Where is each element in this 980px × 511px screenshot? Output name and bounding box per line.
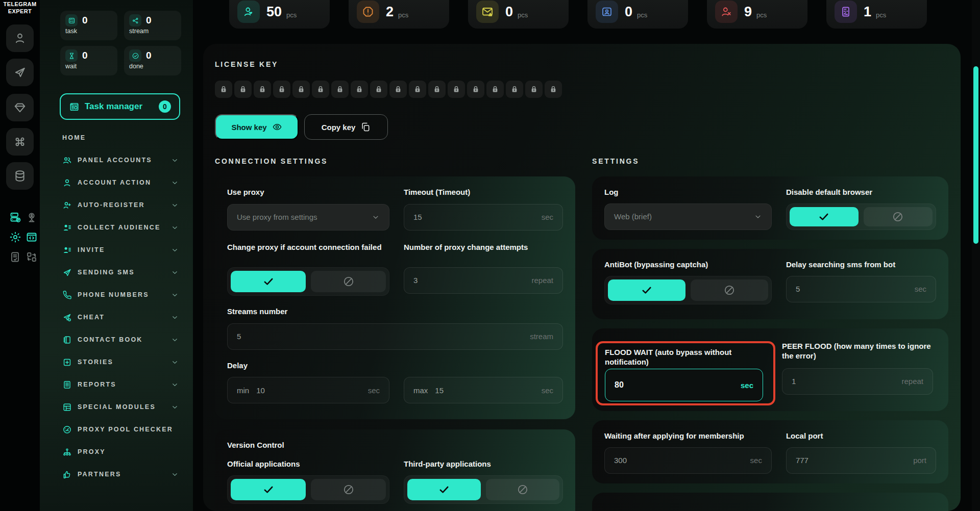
attempts-unit: repeat (531, 276, 553, 285)
stat-label: done (129, 63, 176, 70)
gem-icon (13, 101, 27, 114)
timeout-label: Timeout (Timeout) (404, 188, 563, 197)
thirdparty-apps-off[interactable] (486, 479, 559, 500)
task-manager-button[interactable]: Task manager 0 (60, 93, 180, 120)
delay-min-input[interactable]: min 10 sec (227, 377, 389, 403)
license-char-tile (370, 81, 387, 98)
check-circle-icon (129, 49, 141, 62)
chevron-down-icon (171, 403, 179, 411)
log-select[interactable]: Web (brief) (604, 203, 772, 230)
rail-command-button[interactable] (6, 128, 34, 156)
stat-card-user-x[interactable]: 9pcs (707, 0, 807, 29)
sidebar-item-home[interactable]: HOME (40, 126, 193, 149)
lock-icon (297, 85, 306, 94)
mail-warning-icon (476, 1, 499, 23)
antibot-off[interactable] (691, 279, 768, 301)
official-apps-on[interactable] (231, 479, 306, 500)
peer-flood-input[interactable]: 1 repeat (782, 368, 933, 395)
change-proxy-off[interactable] (311, 271, 386, 292)
thirdparty-apps-on[interactable] (407, 479, 481, 500)
delay-max-unit: sec (542, 386, 553, 395)
use-proxy-select[interactable]: Use proxy from settings (227, 204, 389, 231)
connection-settings-card: Use proxy Use proxy from settings Timeou… (215, 176, 575, 419)
sidebar-item-label: PANEL ACCOUNTS (78, 157, 152, 164)
sms-delay-unit: sec (915, 285, 926, 293)
gear-icon[interactable] (9, 231, 21, 243)
lock-icon (219, 85, 228, 94)
stat-card-unit: pcs (398, 1, 408, 30)
stat-card-mail-warning[interactable]: 0pcs (468, 0, 569, 29)
stat-card-module-device[interactable]: 1pcs (826, 0, 927, 29)
sidebar-item-sending-sms[interactable]: SENDING SMS (40, 261, 193, 284)
local-port-input[interactable]: 777 port (786, 447, 936, 474)
task-manager-label: Task manager (85, 101, 154, 112)
streams-input[interactable]: 5 stream (227, 323, 563, 350)
copy-key-label: Copy key (322, 123, 356, 132)
sms-delay-input[interactable]: 5 sec (786, 276, 936, 302)
disable-browser-off[interactable] (864, 207, 933, 226)
rail-user-button[interactable] (6, 24, 34, 52)
sidebar-item-label: SENDING SMS (78, 269, 135, 276)
membership-wait-input[interactable]: 300 sec (604, 447, 772, 474)
timeout-input[interactable]: 15 sec (404, 204, 563, 231)
copy-key-button[interactable]: Copy key (304, 114, 388, 140)
sidebar-stat-wait: 0wait (60, 46, 117, 75)
sidebar-item-contact-book[interactable]: CONTACT BOOK (40, 328, 193, 351)
delay-max-prefix: max (413, 386, 428, 395)
sidebar-item-label: CHEAT (78, 314, 105, 321)
sidebar-item-auto-register[interactable]: AUTO-REGISTER (40, 194, 193, 216)
ban-icon (342, 275, 355, 288)
person-node-icon[interactable] (26, 211, 38, 223)
change-proxy-on[interactable] (231, 271, 306, 292)
swap-icon[interactable] (26, 251, 38, 263)
ban-icon (723, 284, 736, 296)
local-port-unit: port (913, 456, 926, 465)
stat-row: 0 (129, 14, 176, 27)
sidebar-item-phone-numbers[interactable]: PHONE NUMBERS (40, 284, 193, 306)
disable-browser-on[interactable] (790, 207, 859, 226)
sidebar-item-invite[interactable]: INVITE (40, 239, 193, 261)
sidebar-item-cheat[interactable]: CHEAT (40, 306, 193, 328)
delay-max-input[interactable]: max 15 sec (404, 377, 563, 403)
sidebar-item-label: INVITE (78, 246, 105, 253)
rail-database-button[interactable] (6, 162, 34, 190)
sidebar-item-proxy[interactable]: PROXY (40, 441, 193, 463)
check-icon (818, 211, 830, 223)
sms-delay-label: Delay searching sms from bot (786, 260, 936, 270)
stat-card-user-heart[interactable]: 50pcs (229, 0, 330, 29)
rail-paper-plane-button[interactable] (6, 59, 34, 86)
rail-gem-button[interactable] (6, 94, 34, 121)
server-check-icon[interactable] (9, 211, 21, 223)
attempts-input[interactable]: 3 repeat (404, 267, 563, 294)
delay-min-unit: sec (368, 386, 380, 395)
antibot-on[interactable] (608, 279, 685, 301)
stat-card-alert-octagon[interactable]: 2pcs (349, 0, 449, 29)
lock-icon (471, 85, 480, 94)
official-apps-off[interactable] (311, 479, 386, 500)
show-key-button[interactable]: Show key (215, 114, 299, 140)
page-scrollbar-thumb[interactable] (973, 66, 978, 244)
sidebar-item-stories[interactable]: STORIES (40, 351, 193, 373)
disable-browser-label: Disable default browser (786, 188, 936, 197)
thumbs-up-icon (62, 470, 72, 479)
main-content-panel: LICENSE KEY Show key Copy key CONNECTION… (203, 44, 961, 511)
paper-plane-icon (62, 268, 72, 277)
doc-check-icon[interactable] (9, 251, 21, 263)
sidebar-item-collect-audience[interactable]: COLLECT AUDIENCE (40, 216, 193, 239)
license-char-tile (312, 81, 329, 98)
sidebar-item-special-modules[interactable]: SPECIAL MODULES (40, 396, 193, 418)
stat-value: 0 (82, 15, 88, 26)
sidebar-item-account-action[interactable]: ACCOUNT ACTION (40, 171, 193, 194)
sidebar-item-reports[interactable]: REPORTS (40, 373, 193, 396)
stat-card-user-frame[interactable]: 0pcs (587, 0, 688, 29)
sidebar-item-partners[interactable]: PARTNERS (40, 463, 193, 486)
chevron-down-icon (171, 381, 179, 389)
sidebar-item-panel-accounts[interactable]: PANEL ACCOUNTS (40, 149, 193, 171)
flood-wait-input[interactable]: 80 sec (605, 369, 763, 401)
sidebar-item-proxy-pool-checker[interactable]: PROXY POOL CHECKER (40, 418, 193, 441)
membership-wait-value: 300 (614, 456, 627, 465)
modules-grid-icon (62, 402, 72, 412)
command-icon (13, 135, 27, 148)
app-rail: TELEGRAM EXPERT (0, 0, 40, 511)
code-window-icon[interactable] (26, 231, 38, 243)
